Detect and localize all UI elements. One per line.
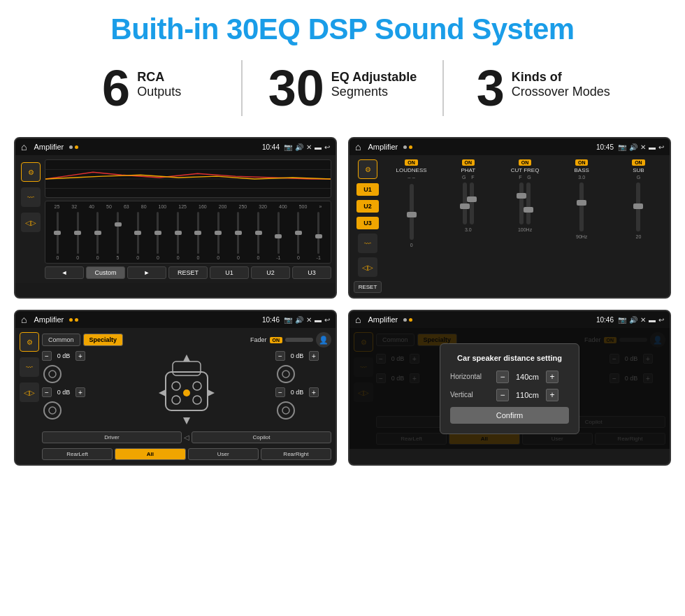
amp-reset-btn[interactable]: RESET <box>354 281 382 293</box>
amp-filter-icon[interactable]: ⚙ <box>358 159 377 179</box>
eq-slider-32[interactable]: 0 <box>68 212 87 260</box>
cross-sidebar: ⚙ 〰 ◁▷ <box>20 332 39 460</box>
cross-all-btn[interactable]: All <box>115 448 185 460</box>
cross-back-icon[interactable]: ↩ <box>324 316 330 324</box>
eq-slider-320[interactable]: -1 <box>269 212 288 260</box>
amp-back-icon[interactable]: ↩ <box>658 143 664 151</box>
amp-bass-slider[interactable] <box>579 182 584 231</box>
amp-cutfreq-slider-f[interactable] <box>519 182 524 224</box>
speaker-distance-dialog: Car speaker distance setting Horizontal … <box>440 343 579 434</box>
dialog-horizontal-row: Horizontal − 140cm + <box>450 371 569 383</box>
cross-minus-4[interactable]: − <box>275 387 285 397</box>
amp-loudness-slider[interactable] <box>410 184 414 240</box>
amp-phat-slider-g[interactable] <box>463 182 467 224</box>
dot3 <box>403 145 407 149</box>
eq-wave-icon[interactable]: 〰 <box>21 187 41 207</box>
amp-u3-btn[interactable]: U3 <box>356 217 379 229</box>
eq-prev-btn[interactable]: ◄ <box>45 266 84 279</box>
eq-slider-125[interactable]: 0 <box>189 212 208 260</box>
eq-slider-250[interactable]: 0 <box>249 212 268 260</box>
stat-label-eq-1: EQ Adjustable <box>331 70 417 85</box>
eq-slider-80[interactable]: 0 <box>149 212 168 260</box>
vertical-ctrl: − 110cm + <box>496 389 558 401</box>
dot1 <box>69 145 73 149</box>
amp-status-bar: ⌂ Amplifier 10:45 📷 🔊 ✕ ▬ ↩ <box>349 138 670 155</box>
amp-sub-slider[interactable] <box>636 182 640 231</box>
cross-fader-on[interactable]: ON <box>270 337 283 343</box>
eq-u1-btn[interactable]: U1 <box>210 266 249 279</box>
dialog-status-dots <box>403 318 412 322</box>
amp-minimize-icon: ▬ <box>649 143 656 151</box>
cross-common-tab[interactable]: Common <box>42 334 80 346</box>
amp-phat-slider-f[interactable] <box>470 182 474 224</box>
horizontal-value: 140cm <box>512 373 543 381</box>
cross-minus-2[interactable]: − <box>42 387 52 397</box>
eq-custom-btn[interactable]: Custom <box>86 266 125 279</box>
cross-rearleft-btn[interactable]: RearLeft <box>42 448 113 460</box>
amp-wave-icon[interactable]: 〰 <box>358 234 377 253</box>
eq-u2-btn[interactable]: U2 <box>251 266 290 279</box>
back-icon[interactable]: ↩ <box>324 143 330 151</box>
eq-speaker-icon[interactable]: ◁▷ <box>21 213 41 232</box>
cross-bottom-btns: Driver ◁ Copilot <box>42 431 331 443</box>
dialog-back-icon[interactable]: ↩ <box>658 316 664 324</box>
vertical-plus-btn[interactable]: + <box>546 389 558 401</box>
dialog-vertical-row: Vertical − 110cm + <box>450 389 569 401</box>
cross-user-btn[interactable]: User <box>188 448 259 460</box>
eq-slider-40[interactable]: 0 <box>88 212 107 260</box>
amp-loudness-on[interactable]: ON <box>405 159 418 166</box>
eq-reset-btn[interactable]: RESET <box>168 266 208 279</box>
cross-minus-3[interactable]: − <box>275 351 285 361</box>
eq-filter-icon[interactable]: ⚙ <box>21 162 41 182</box>
cross-minus-1[interactable]: − <box>42 351 52 361</box>
amp-sub-on[interactable]: ON <box>632 159 645 166</box>
eq-slider-500[interactable]: -1 <box>309 212 328 260</box>
cross-home-icon[interactable]: ⌂ <box>21 314 27 325</box>
amp-u1-btn[interactable]: U1 <box>356 183 379 196</box>
cross-copilot-btn[interactable]: Copilot <box>192 431 331 443</box>
amp-bass-on[interactable]: ON <box>575 159 589 166</box>
eq-slider-63[interactable]: 0 <box>129 212 147 260</box>
eq-slider-100[interactable]: 0 <box>168 212 187 260</box>
cross-rearright-btn[interactable]: RearRight <box>261 448 331 460</box>
eq-slider-160[interactable]: 0 <box>209 212 228 260</box>
amp-cutfreq-slider-g[interactable] <box>526 182 531 224</box>
eq-slider-200[interactable]: 0 <box>229 212 247 260</box>
dialog-home-icon[interactable]: ⌂ <box>355 314 361 325</box>
screenshots-grid: ⌂ Amplifier 10:44 📷 🔊 ✕ ▬ ↩ ⚙ 〰 ◁▷ <box>0 130 685 480</box>
eq-slider-400[interactable]: 0 <box>289 212 308 260</box>
cross-db-val-4: 0 dB <box>287 389 307 396</box>
amp-cutfreq-on[interactable]: ON <box>519 159 532 166</box>
eq-u3-btn[interactable]: U3 <box>292 266 331 279</box>
cross-driver-btn[interactable]: Driver <box>42 431 182 443</box>
cross-plus-4[interactable]: + <box>309 387 319 397</box>
cross-plus-1[interactable]: + <box>75 351 85 361</box>
vertical-minus-btn[interactable]: − <box>496 389 509 401</box>
eq-graph <box>45 159 331 198</box>
cross-right-panel: − 0 dB + − 0 dB <box>275 351 331 428</box>
vertical-label: Vertical <box>450 391 492 399</box>
confirm-button[interactable]: Confirm <box>450 407 569 424</box>
stat-rca: 6 RCA Outputs <box>42 63 241 113</box>
amp-home-icon[interactable]: ⌂ <box>355 141 361 152</box>
amp-speaker-icon[interactable]: ◁▷ <box>358 257 377 277</box>
cross-plus-2[interactable]: + <box>75 387 85 397</box>
cross-specialty-tab[interactable]: Specialty <box>83 334 124 346</box>
cross-plus-3[interactable]: + <box>309 351 319 361</box>
svg-point-4 <box>49 371 56 378</box>
cross-settings-icon[interactable]: 👤 <box>316 332 331 348</box>
eq-slider-25[interactable]: 0 <box>48 212 67 260</box>
home-icon[interactable]: ⌂ <box>21 141 27 152</box>
cross-close-icon: ✕ <box>306 316 312 324</box>
amp-u2-btn[interactable]: U2 <box>356 200 379 213</box>
cross-speaker-icon[interactable]: ◁▷ <box>20 382 39 402</box>
cross-filter-icon[interactable]: ⚙ <box>20 332 39 352</box>
eq-slider-50[interactable]: 5 <box>108 212 127 260</box>
eq-play-btn[interactable]: ► <box>127 266 166 279</box>
cross-fader-slider[interactable] <box>285 338 313 342</box>
horizontal-plus-btn[interactable]: + <box>546 371 558 383</box>
eq-sliders-area: 25 32 40 50 63 80 100 125 160 200 250 32… <box>45 201 331 264</box>
amp-phat-on[interactable]: ON <box>462 159 475 166</box>
cross-wave-icon[interactable]: 〰 <box>20 357 39 377</box>
horizontal-minus-btn[interactable]: − <box>496 371 509 383</box>
